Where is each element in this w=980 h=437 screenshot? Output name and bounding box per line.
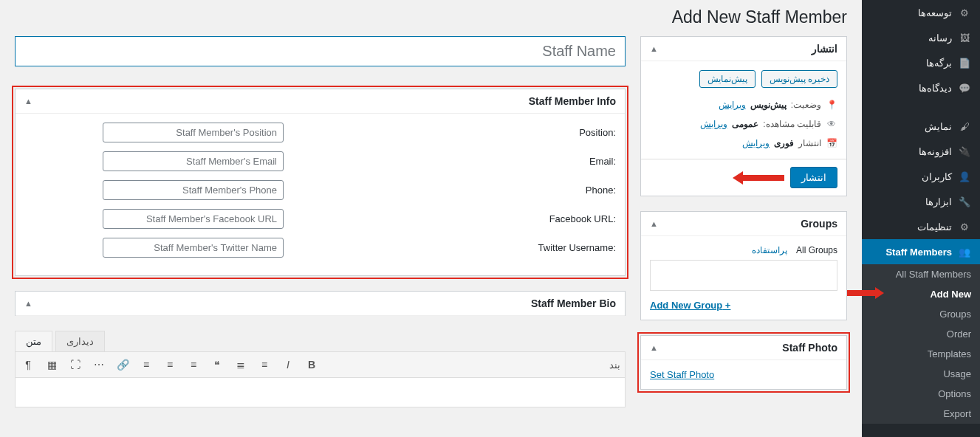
- metabox-title: Staff Photo: [782, 342, 837, 354]
- rtl-icon[interactable]: ¶: [20, 357, 36, 373]
- collapse-toggle-icon[interactable]: ▲: [650, 219, 658, 228]
- edit-schedule-link[interactable]: ویرایش: [742, 138, 770, 148]
- menu-label: تنظیمات: [917, 221, 952, 233]
- tab-visual[interactable]: دیداری: [55, 331, 105, 351]
- align-left-icon[interactable]: ≡: [138, 357, 154, 373]
- visibility-label: قابلیت مشاهده:: [763, 119, 821, 129]
- menu-item-tools[interactable]: 🔧ابزارها: [862, 189, 980, 214]
- extensions-icon: ⚙: [958, 6, 971, 19]
- add-new-group-link[interactable]: + Add New Group: [650, 300, 730, 311]
- submenu-add-new[interactable]: Add New: [862, 284, 980, 304]
- submenu-usage[interactable]: Usage: [862, 364, 980, 384]
- side-column: انتشار ▲ ذخیره پیش‌نویس پیش‌نمایش 📍 وضعی…: [640, 36, 847, 407]
- collapse-toggle-icon[interactable]: ▲: [650, 343, 658, 352]
- save-draft-button[interactable]: ذخیره پیش‌نویس: [761, 70, 837, 88]
- menu-label: دیدگاه‌ها: [919, 83, 952, 94]
- menu-item-media[interactable]: 🖼رسانه: [862, 25, 980, 50]
- editor-toolbar: بند B I ≡ ≣ ❝ ≡ ≡ ≡ 🔗 ⋯ ⛶ ▦ ¶: [15, 351, 626, 378]
- main-column: Staff Member Info ▲ Position: Email: Pho…: [15, 36, 626, 407]
- submenu-label: Add New: [930, 289, 971, 300]
- page-icon: 📄: [958, 56, 971, 69]
- schedule-value: فوری: [774, 138, 794, 148]
- publish-button[interactable]: انتشار: [790, 167, 837, 188]
- align-right-icon[interactable]: ≡: [185, 357, 202, 373]
- quote-icon[interactable]: ❝: [209, 357, 225, 373]
- metabox-header: انتشار ▲: [641, 37, 846, 61]
- staff-info-metabox: Staff Member Info ▲ Position: Email: Pho…: [15, 89, 626, 276]
- set-staff-photo-link[interactable]: Set Staff Photo: [650, 369, 714, 380]
- menu-item-plugins[interactable]: 🔌افزونه‌ها: [862, 139, 980, 164]
- email-input[interactable]: [103, 151, 284, 171]
- submenu-order[interactable]: Order: [862, 324, 980, 344]
- tab-text[interactable]: متن: [15, 331, 52, 351]
- align-center-icon[interactable]: ≡: [162, 357, 178, 373]
- metabox-body: ذخیره پیش‌نویس پیش‌نمایش 📍 وضعیت: پیش‌نو…: [641, 61, 846, 196]
- svg-marker-1: [733, 171, 784, 185]
- menu-label: برگه‌ها: [926, 58, 952, 69]
- menu-label: رسانه: [928, 32, 952, 44]
- submenu-templates[interactable]: Templates: [862, 344, 980, 364]
- number-list-icon[interactable]: ≣: [233, 357, 249, 373]
- facebook-input[interactable]: [103, 209, 284, 229]
- toolbar-toggle-icon[interactable]: ▦: [44, 357, 60, 373]
- publish-actions: ذخیره پیش‌نویس پیش‌نمایش: [650, 70, 837, 95]
- group-icon: 👥: [958, 245, 971, 258]
- plugin-icon: 🔌: [958, 145, 971, 158]
- brush-icon: 🖌: [958, 120, 971, 133]
- editor-tabs: دیداری متن: [15, 331, 626, 351]
- main-content: Add New Staff Member Staff Member Info ▲…: [0, 0, 862, 437]
- groups-list[interactable]: [650, 260, 837, 291]
- submenu-groups[interactable]: Groups: [862, 304, 980, 324]
- menu-label: نمایش: [925, 121, 952, 132]
- menu-item-extensions[interactable]: ⚙توسعه‌ها: [862, 0, 980, 25]
- italic-icon[interactable]: I: [280, 357, 296, 373]
- field-label: Twitter Username:: [306, 242, 616, 253]
- submenu-all-staff[interactable]: All Staff Members: [862, 264, 980, 284]
- paragraph-dropdown[interactable]: بند: [609, 359, 620, 371]
- status-row: 📍 وضعیت: پیش‌نویس ویرایش: [650, 95, 837, 114]
- menu-label: افزونه‌ها: [919, 146, 952, 157]
- collapse-toggle-icon[interactable]: ▲: [24, 299, 32, 308]
- menu-item-appearance[interactable]: 🖌نمایش: [862, 114, 980, 139]
- preview-button[interactable]: پیش‌نمایش: [699, 70, 755, 88]
- menu-item-comments[interactable]: 💬دیدگاه‌ها: [862, 75, 980, 100]
- comment-icon: 💬: [958, 81, 971, 94]
- menu-item-pages[interactable]: 📄برگه‌ها: [862, 50, 980, 75]
- submenu-export[interactable]: Export: [862, 404, 980, 424]
- link-icon[interactable]: 🔗: [114, 357, 131, 373]
- edit-status-link[interactable]: ویرایش: [719, 100, 746, 110]
- visibility-value: عمومی: [732, 119, 758, 129]
- twitter-input[interactable]: [103, 238, 284, 258]
- field-row-position: Position:: [24, 123, 616, 142]
- metabox-title: انتشار: [812, 43, 837, 55]
- phone-input[interactable]: [103, 180, 284, 200]
- tab-most-used[interactable]: پراستفاده: [752, 245, 787, 255]
- staff-name-input[interactable]: [15, 36, 626, 66]
- bold-icon[interactable]: B: [304, 357, 320, 373]
- submenu-options[interactable]: Options: [862, 384, 980, 404]
- collapse-toggle-icon[interactable]: ▲: [24, 97, 32, 106]
- page-title: Add New Staff Member: [15, 7, 847, 36]
- bullet-list-icon[interactable]: ≡: [256, 357, 273, 373]
- field-row-facebook: Facebook URL:: [24, 209, 616, 229]
- more-icon[interactable]: ⋯: [91, 357, 107, 373]
- field-label: Phone:: [306, 185, 616, 196]
- admin-sidebar: ⚙توسعه‌ها 🖼رسانه 📄برگه‌ها 💬دیدگاه‌ها 🖌نم…: [862, 0, 980, 437]
- publish-metabox: انتشار ▲ ذخیره پیش‌نویس پیش‌نمایش 📍 وضعی…: [640, 36, 847, 196]
- menu-item-settings[interactable]: ⚙تنظیمات: [862, 214, 980, 239]
- tab-all-groups[interactable]: All Groups: [796, 245, 837, 255]
- metabox-title: Staff Member Bio: [531, 297, 616, 309]
- media-icon: 🖼: [958, 31, 971, 44]
- menu-item-users[interactable]: 👤کاربران: [862, 164, 980, 189]
- fullscreen-icon[interactable]: ⛶: [67, 357, 83, 373]
- position-input[interactable]: [103, 123, 284, 142]
- status-label: وضعیت:: [791, 100, 821, 110]
- settings-icon: ⚙: [958, 220, 971, 233]
- metabox-header: Groups ▲: [641, 212, 846, 236]
- edit-visibility-link[interactable]: ویرایش: [700, 119, 727, 129]
- editor-content[interactable]: [15, 378, 626, 407]
- field-label: Email:: [306, 156, 616, 167]
- menu-item-staff-members[interactable]: 👥Staff Members: [862, 239, 980, 264]
- menu-label: توسعه‌ها: [918, 7, 952, 18]
- collapse-toggle-icon[interactable]: ▲: [650, 44, 658, 53]
